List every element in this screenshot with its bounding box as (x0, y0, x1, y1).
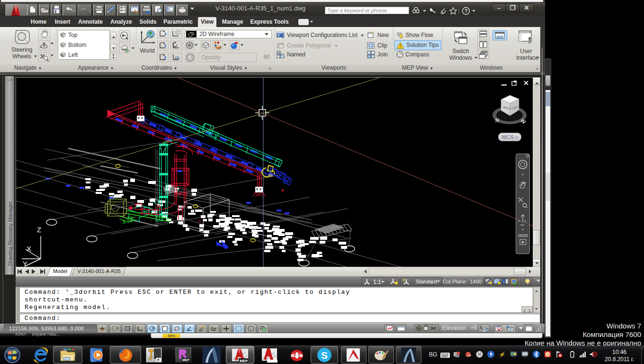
svg-text:?: ? (465, 8, 468, 14)
svg-text:F: F (157, 358, 160, 362)
svg-text:SW: SW (466, 354, 471, 357)
svg-text:MEP: MEP (240, 359, 248, 363)
svg-text:Z: Z (164, 55, 167, 60)
svg-text:!: ! (400, 44, 401, 49)
svg-text:Z: Z (37, 226, 41, 234)
svg-text:Y: Y (23, 260, 27, 267)
svg-text:Y: Y (164, 44, 167, 48)
svg-text:Z: Z (480, 325, 482, 329)
svg-text:N: N (495, 118, 499, 123)
svg-text:MEP: MEP (182, 358, 190, 362)
svg-text:X: X (27, 245, 31, 253)
svg-text:x: x (164, 31, 167, 36)
svg-text:S: S (321, 350, 328, 361)
